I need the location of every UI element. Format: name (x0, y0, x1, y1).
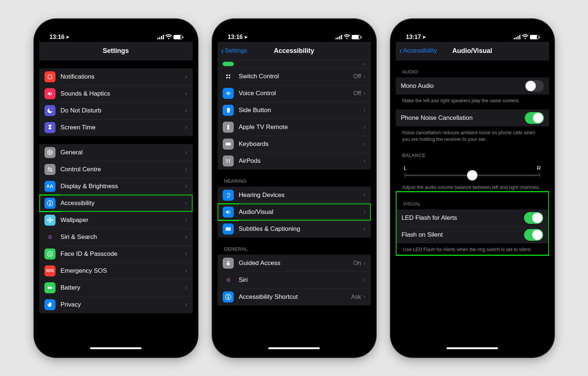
settings-row-switchcontrol[interactable]: Switch Control Off › (218, 68, 371, 85)
row-label: Control Centre (61, 166, 185, 173)
chevron-right-icon: › (185, 107, 187, 114)
chevron-right-icon: › (185, 199, 187, 207)
settings-row-siri2[interactable]: Siri › (218, 272, 371, 289)
row-label: Battery (61, 284, 185, 291)
svg-point-11 (47, 219, 49, 221)
settings-row-privacy[interactable]: Privacy › (39, 296, 193, 313)
nav-back-button[interactable]: ‹ Settings (221, 42, 247, 60)
nav-title: Settings (103, 47, 129, 55)
battery-icon (173, 35, 182, 39)
chevron-right-icon: › (185, 182, 187, 190)
svg-point-8 (49, 219, 51, 221)
location-icon: ➤ (422, 35, 426, 40)
svg-rect-27 (227, 125, 229, 130)
chevron-right-icon: › (185, 216, 187, 224)
chevron-right-icon: › (363, 60, 366, 68)
audio-visual-icon (223, 207, 234, 218)
nav-bar: Settings (39, 42, 193, 60)
settings-row-hearingdevices[interactable]: Hearing Devices › (218, 187, 371, 204)
svg-point-35 (227, 295, 229, 296)
chevron-right-icon: › (185, 233, 187, 241)
settings-list: Phone Noise Cancellation (396, 110, 549, 126)
content-scroll[interactable]: Audio Mono Audio Make the left and right… (396, 60, 549, 352)
chevron-right-icon: › (363, 259, 366, 267)
row-label: Hearing Devices (239, 191, 363, 199)
row-label: Keyboards (239, 140, 363, 148)
siri-icon (44, 232, 55, 243)
settings-row-airpods[interactable]: AirPods › (218, 153, 371, 169)
settings-row-general[interactable]: General › (39, 144, 193, 161)
status-time: 13:16 (228, 34, 243, 40)
group-footer: Adjust the audio volume balance between … (396, 181, 549, 192)
group-header: General (218, 237, 371, 255)
settings-row-notifications[interactable]: Notifications › (39, 68, 193, 85)
settings-list: Guided Access On › Siri › Accessibility … (218, 255, 371, 305)
cellular-icon (514, 35, 520, 39)
settings-row-subtitles[interactable]: Subtitles & Captioning › (218, 221, 371, 237)
remote-icon (223, 122, 234, 133)
home-indicator[interactable] (268, 347, 320, 349)
settings-row-siri[interactable]: Siri & Search › (39, 229, 193, 246)
row-label: Sounds & Haptics (61, 90, 185, 97)
svg-rect-28 (226, 143, 231, 146)
row-label: Side Button (239, 107, 363, 114)
chevron-left-icon: ‹ (399, 46, 402, 55)
settings-row-wallpaper[interactable]: Wallpaper › (39, 212, 193, 229)
moon-icon (44, 105, 55, 116)
settings-row-sidebutton[interactable]: Side Button › (218, 102, 371, 119)
svg-rect-25 (227, 108, 230, 113)
row-detail: Off (353, 73, 361, 80)
row-label: Mono Audio (401, 82, 525, 90)
slider-label-right: R (537, 165, 541, 171)
svg-rect-23 (226, 77, 227, 78)
iphone-frame-2: 13:16 ➤ ‹ Settings Accessibility › Switc… (212, 19, 376, 357)
settings-row-accessibility[interactable]: Accessibility › (39, 195, 193, 212)
nav-back-button[interactable]: ‹ Accessibility (399, 42, 437, 60)
svg-rect-26 (229, 109, 230, 110)
content-scroll[interactable]: › Switch Control Off › Voice Control Off… (218, 60, 371, 352)
settings-row-battery[interactable]: Battery › (39, 279, 193, 296)
settings-row-keyboards[interactable]: Keyboards › (218, 136, 371, 153)
settings-row-sounds[interactable]: Sounds & Haptics › (39, 85, 193, 102)
home-indicator[interactable] (447, 347, 498, 349)
toggle-mono[interactable] (525, 80, 544, 92)
group-header: Audio (396, 60, 549, 78)
settings-row-guidedaccess[interactable]: Guided Access On › (218, 255, 371, 272)
svg-point-31 (226, 277, 231, 283)
settings-row-display[interactable]: AA Display & Brightness › (39, 178, 193, 195)
toggle-ledflash[interactable] (524, 212, 543, 224)
toggle-noise[interactable] (525, 112, 544, 124)
settings-row-voicecontrol[interactable]: Voice Control Off › (218, 85, 371, 102)
status-time: 13:17 (406, 34, 421, 40)
accessibility-icon (44, 198, 55, 209)
group-footer: Use LED Flash for Alerts when the ring s… (397, 243, 548, 254)
row-label: Phone Noise Cancellation (401, 114, 525, 122)
settings-row-sos[interactable]: SOS Emergency SOS › (39, 262, 193, 279)
nav-bar: ‹ Settings Accessibility (218, 42, 371, 60)
wallpaper-icon (44, 215, 55, 226)
toggle-flashsilent[interactable] (524, 229, 543, 241)
settings-row-shortcut[interactable]: Accessibility Shortcut Ask › (218, 289, 371, 305)
group-header: Hearing (218, 169, 371, 187)
settings-list: Mono Audio (396, 78, 549, 94)
settings-row-screentime[interactable]: Screen Time › (39, 119, 193, 136)
home-indicator[interactable] (90, 347, 141, 349)
svg-point-2 (48, 167, 50, 169)
voice-icon (223, 88, 234, 99)
content-scroll[interactable]: Notifications › Sounds & Haptics › Do No… (39, 60, 193, 352)
settings-row-audiovisual[interactable]: Audio/Visual › (218, 204, 371, 221)
screen: 13:16 ➤ ‹ Settings Accessibility › Switc… (218, 24, 371, 352)
row-label: Face ID & Passcode (61, 250, 185, 258)
settings-row-appletv[interactable]: Apple TV Remote › (218, 119, 371, 136)
balance-slider[interactable] (405, 175, 540, 176)
row-label: Accessibility Shortcut (239, 293, 351, 301)
notch (435, 24, 509, 35)
settings-row-dnd[interactable]: Do Not Disturb › (39, 102, 193, 119)
wifi-icon (522, 34, 528, 40)
settings-row-faceid[interactable]: Face ID & Passcode › (39, 246, 193, 262)
svg-rect-20 (52, 287, 53, 288)
settings-row-controlcentre[interactable]: Control Centre › (39, 161, 193, 178)
svg-rect-24 (229, 77, 230, 78)
svg-point-4 (50, 169, 52, 171)
settings-row-partial[interactable]: › (218, 60, 371, 68)
